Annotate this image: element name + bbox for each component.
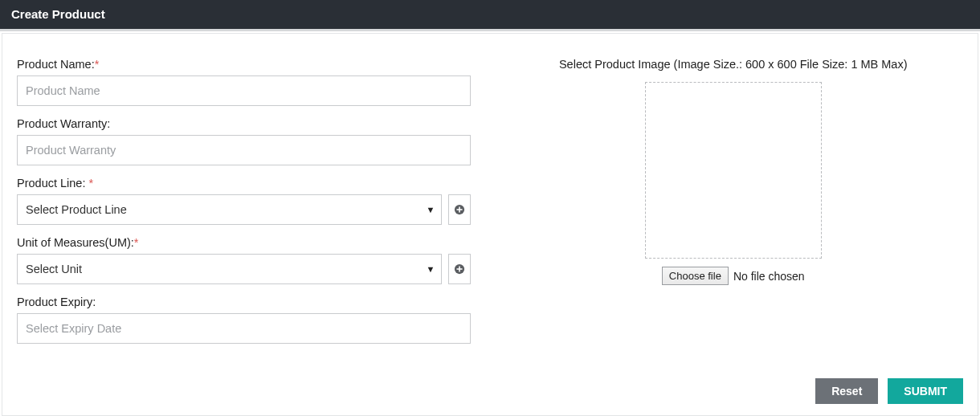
required-mark: *	[134, 236, 139, 249]
required-mark: *	[95, 58, 100, 71]
svg-rect-2	[457, 209, 463, 210]
add-unit-button[interactable]	[448, 254, 471, 284]
right-column: Select Product Image (Image Size.: 600 x…	[471, 58, 963, 355]
plus-circle-icon	[454, 204, 465, 215]
required-mark: *	[88, 177, 93, 190]
page-header: Create Produuct	[0, 0, 980, 29]
left-column: Product Name:* Product Warranty: Product…	[17, 58, 471, 355]
product-image-label: Select Product Image (Image Size.: 600 x…	[503, 58, 963, 71]
product-line-label: Product Line: *	[17, 177, 471, 190]
product-warranty-input[interactable]	[17, 135, 471, 165]
page-title: Create Produuct	[11, 7, 105, 21]
file-status-text: No file chosen	[733, 270, 805, 283]
svg-rect-5	[457, 268, 463, 270]
form-footer: Reset SUBMIT	[815, 378, 963, 404]
unit-of-measures-select[interactable]: Select Unit	[17, 254, 442, 284]
product-line-label-text: Product Line:	[17, 177, 88, 190]
choose-file-button[interactable]: Choose file	[662, 267, 729, 285]
product-expiry-input[interactable]	[17, 313, 471, 344]
product-expiry-label: Product Expiry:	[17, 296, 471, 308]
product-name-input[interactable]	[17, 75, 471, 106]
unit-of-measures-label-text: Unit of Measures(UM):	[17, 236, 134, 249]
submit-button[interactable]: SUBMIT	[888, 378, 963, 404]
header-divider	[0, 29, 980, 31]
product-name-group: Product Name:*	[17, 58, 471, 106]
product-name-label: Product Name:*	[17, 58, 471, 71]
file-input-row: Choose file No file chosen	[503, 267, 963, 285]
reset-button[interactable]: Reset	[815, 378, 878, 404]
add-product-line-button[interactable]	[448, 194, 471, 225]
form-panel: Product Name:* Product Warranty: Product…	[2, 33, 978, 416]
product-expiry-group: Product Expiry:	[17, 296, 471, 344]
plus-circle-icon	[454, 263, 465, 275]
product-line-select[interactable]: Select Product Line	[17, 194, 442, 225]
product-line-group: Product Line: * Select Product Line ▼	[17, 177, 471, 225]
product-warranty-group: Product Warranty:	[17, 117, 471, 165]
product-warranty-label: Product Warranty:	[17, 117, 471, 130]
unit-of-measures-label: Unit of Measures(UM):*	[17, 236, 471, 249]
product-name-label-text: Product Name:	[17, 58, 95, 71]
image-preview-box	[645, 82, 822, 259]
unit-of-measures-group: Unit of Measures(UM):* Select Unit ▼	[17, 236, 471, 284]
